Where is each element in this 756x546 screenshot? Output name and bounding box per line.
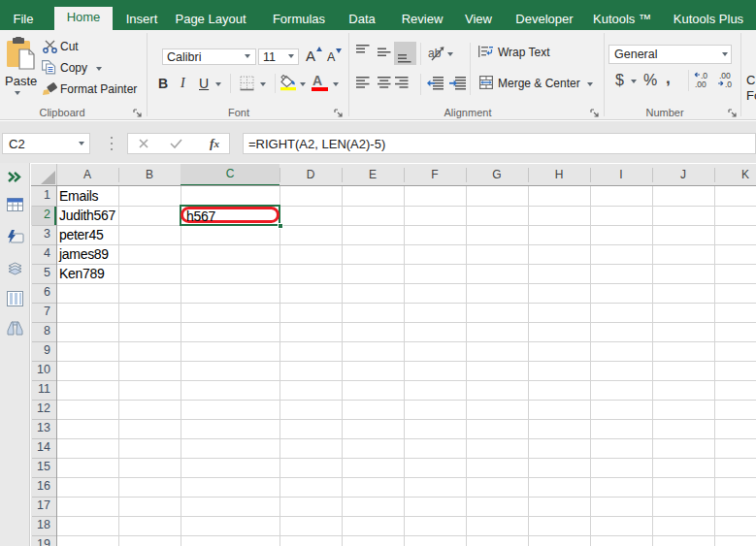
svg-text:.0: .0 — [725, 80, 732, 89]
svg-text:.00: .00 — [695, 80, 707, 89]
svg-text:ab: ab — [428, 47, 442, 60]
